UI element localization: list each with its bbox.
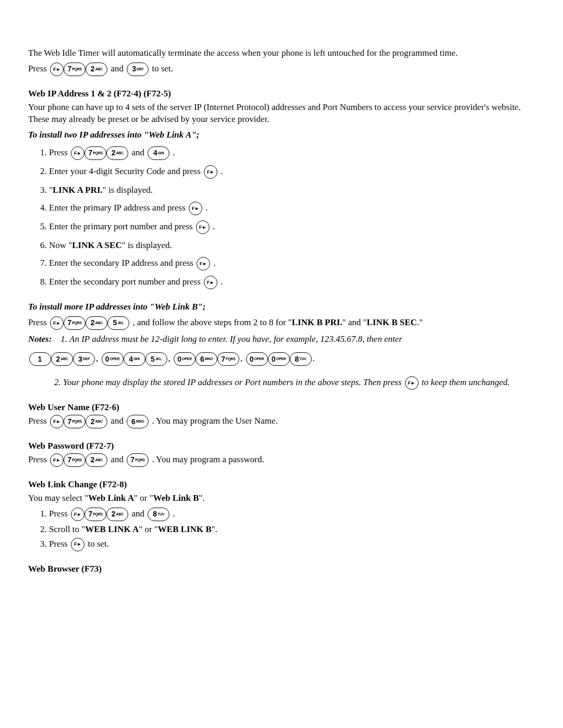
key-7-icon: 7PQRS bbox=[84, 508, 106, 521]
text: . You may program a password. bbox=[152, 454, 264, 464]
text: . bbox=[205, 203, 207, 213]
text: to keep them unchanged. bbox=[422, 377, 510, 387]
lc-step-2: Scroll to "WEB LINK A" or "WEB LINK B". bbox=[49, 523, 535, 536]
text: " is displayed. bbox=[122, 240, 172, 250]
install-a-heading: To install two IP addresses into "Web Li… bbox=[28, 129, 535, 141]
fn-key-icon: F► bbox=[50, 63, 64, 76]
key-seq: 6MNO bbox=[127, 415, 149, 428]
press-line-1: Press F► 7PQRS 2ABC and 3DEF to set. bbox=[28, 63, 535, 76]
fn-key-icon: F► bbox=[189, 202, 202, 215]
text: and bbox=[111, 416, 126, 426]
key-7-icon: 7PQRS bbox=[84, 146, 106, 160]
fn-key-icon: F► bbox=[71, 146, 84, 160]
key-7-icon: 7PQRS bbox=[64, 453, 85, 467]
to-set-label: to set. bbox=[152, 64, 173, 73]
key-8-icon: 8TUV bbox=[290, 352, 312, 366]
text: " and " bbox=[342, 317, 367, 327]
key-seq: F► bbox=[204, 276, 217, 289]
fn-key-icon: F► bbox=[204, 165, 217, 179]
text: 2. Your phone may display the stored IP … bbox=[54, 377, 404, 387]
key-group: 0OPER 4GHI 5JKL bbox=[102, 352, 167, 366]
key-7-icon: 7PQRS bbox=[217, 352, 239, 366]
key-seq: F► bbox=[196, 220, 210, 234]
key-2-icon: 2ABC bbox=[106, 508, 128, 521]
text: , bbox=[96, 353, 101, 363]
key-seq: F► 7PQRS 2ABC bbox=[50, 63, 107, 76]
heading-link-change: Web Link Change (F72-8) bbox=[28, 478, 535, 491]
heading-password: Web Password (F72-7) bbox=[28, 440, 535, 452]
step-1: Press F► 7PQRS 2ABC and 4GHI . bbox=[49, 146, 535, 160]
key-seq: 3DEF bbox=[127, 63, 149, 76]
note-1-text: 1. An IP address must be 12-digit long t… bbox=[60, 334, 402, 344]
text: LINK B PRI. bbox=[292, 317, 342, 327]
text: LINK A SEC bbox=[72, 240, 121, 250]
key-5-icon: 5JKL bbox=[107, 316, 129, 330]
text: . You may program the User Name. bbox=[152, 416, 277, 426]
text: . bbox=[221, 166, 223, 176]
key-group: 0OPER 6MNO 7PQRS bbox=[174, 352, 239, 366]
text: to set. bbox=[88, 539, 109, 549]
heading-browser: Web Browser (F73) bbox=[28, 563, 535, 575]
key-1-icon: 1 bbox=[29, 352, 51, 366]
key-4-icon: 4GHI bbox=[124, 352, 145, 366]
text: Web Link A bbox=[88, 493, 134, 503]
notes-line: Notes: 1. An IP address must be 12-digit… bbox=[28, 333, 535, 346]
text: , and follow the above steps from 2 to 8… bbox=[132, 317, 291, 327]
key-group: 0OPER 0OPER 8TUV bbox=[246, 352, 312, 366]
text: " or " bbox=[139, 524, 158, 534]
fn-key-icon: F► bbox=[197, 257, 210, 270]
text: Now " bbox=[49, 240, 72, 250]
step-5: Enter the primary port number and press … bbox=[49, 220, 535, 234]
text: WEB LINK B bbox=[158, 524, 212, 534]
text: . bbox=[221, 277, 223, 287]
key-6-icon: 6MNO bbox=[127, 415, 149, 428]
text: Press bbox=[49, 509, 70, 519]
key-seq: 8TUV bbox=[148, 508, 169, 521]
key-seq: F► bbox=[405, 376, 419, 390]
text: " is displayed. bbox=[103, 185, 153, 195]
key-0-icon: 0OPER bbox=[268, 352, 290, 366]
step-6: Now "LINK A SEC" is displayed. bbox=[49, 239, 535, 252]
text: WEB LINK A bbox=[85, 524, 139, 534]
key-7-icon: 7PQRS bbox=[64, 316, 85, 330]
text: " bbox=[49, 185, 53, 195]
step-3: "LINK A PRI." is displayed. bbox=[49, 184, 535, 196]
text: Press bbox=[28, 454, 49, 464]
install-b-heading: To install more IP addresses into "Web L… bbox=[28, 301, 535, 313]
key-group: 1 2ABC 3DEF bbox=[29, 352, 95, 366]
text: Enter the primary IP address and press bbox=[49, 203, 188, 213]
step-4: Enter the primary IP address and press F… bbox=[49, 202, 535, 215]
steps-list-a: Press F► 7PQRS 2ABC and 4GHI . Enter you… bbox=[28, 146, 535, 289]
press-label: Press bbox=[28, 64, 49, 73]
text: , bbox=[240, 353, 245, 363]
text: Press bbox=[49, 539, 70, 549]
link-change-steps: Press F► 7PQRS 2ABC and 8TUV . Scroll to… bbox=[28, 508, 535, 551]
step-7: Enter the secondary IP address and press… bbox=[49, 257, 535, 270]
fn-key-icon: F► bbox=[50, 316, 64, 330]
heading-web-ip: Web IP Address 1 & 2 (F72-4) (F72-5) bbox=[28, 88, 535, 100]
text: . bbox=[173, 509, 175, 519]
text: Enter the secondary port number and pres… bbox=[49, 277, 203, 287]
fn-key-icon: F► bbox=[50, 453, 64, 467]
ip-body: Your phone can have up to 4 sets of the … bbox=[28, 101, 535, 126]
text: Enter your 4-digit Security Code and pre… bbox=[49, 166, 203, 176]
fn-key-icon: F► bbox=[50, 415, 64, 428]
key-5-icon: 5JKL bbox=[145, 352, 167, 366]
key-6-icon: 6MNO bbox=[195, 352, 217, 366]
text: ". bbox=[212, 524, 217, 534]
fn-key-icon: F► bbox=[71, 508, 84, 521]
ip-example-keys: 1 2ABC 3DEF , 0OPER 4GHI 5JKL , 0OPER 6M… bbox=[28, 349, 535, 368]
key-seq: F► 7PQRS 2ABC bbox=[71, 508, 128, 521]
text: Scroll to " bbox=[49, 524, 85, 534]
user-name-line: Press F► 7PQRS 2ABC and 6MNO . You may p… bbox=[28, 415, 535, 428]
key-seq: F► 7PQRS 2ABC bbox=[50, 453, 107, 467]
key-2-icon: 2ABC bbox=[85, 453, 107, 467]
text: and bbox=[131, 509, 146, 519]
key-0-icon: 0OPER bbox=[102, 352, 124, 366]
key-seq: 7PQRS bbox=[127, 453, 149, 467]
key-seq: F► bbox=[189, 202, 202, 215]
heading-user-name: Web User Name (F72-6) bbox=[28, 401, 535, 414]
text: . bbox=[213, 258, 215, 268]
fn-key-icon: F► bbox=[405, 376, 419, 390]
link-b-instruction: Press F► 7PQRS 2ABC 5JKL , and follow th… bbox=[28, 316, 535, 330]
